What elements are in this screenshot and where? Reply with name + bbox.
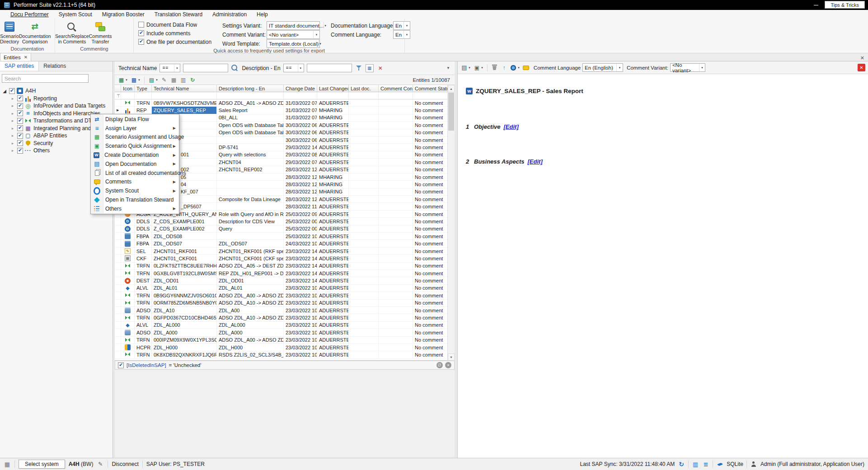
cell-change-date[interactable]: 23/03/2022 10...	[284, 314, 317, 321]
cell-comment-conf[interactable]	[379, 263, 413, 270]
cell-last-doc[interactable]	[349, 263, 379, 270]
cell-change-date[interactable]: 29/03/2022 14...	[284, 144, 317, 151]
scenario-directory-button[interactable]: Scenario Directory	[0, 19, 19, 44]
table-row[interactable]: DDLSZ_CDS_EXAMPLE001Description for CDS …	[115, 218, 455, 225]
technical-name-filter-input[interactable]	[183, 64, 228, 72]
cell-comment-status[interactable]: No comment	[413, 314, 447, 321]
comment-language-select[interactable]: En (English) ▼	[582, 63, 623, 72]
column-header-technical-name[interactable]: Technical Name	[152, 85, 217, 92]
cell-comment-conf[interactable]	[379, 255, 413, 262]
cell-change-date[interactable]: 23/03/2022 14...	[284, 270, 317, 277]
cell-last-changed[interactable]: ADUERRSTEIN	[317, 226, 349, 233]
cell-last-doc[interactable]	[349, 233, 379, 240]
cell-comment-status[interactable]: No comment	[413, 159, 447, 166]
cell-change-date[interactable]: 23/03/2022 10...	[284, 300, 317, 307]
table-row[interactable]: TRFN0GXBLGV8T192CL8W0SMSWRGFREP ZDL_H01_…	[115, 270, 455, 277]
cell-type[interactable]: DDLS	[135, 226, 152, 233]
cell-last-changed[interactable]: ADUERRSTEIN	[317, 337, 349, 344]
cell-description[interactable]: ADSO ZDL_A00 -> ADSO ZDL_A10	[217, 292, 284, 299]
tree-checkbox[interactable]	[17, 110, 23, 116]
table-row[interactable]: TRFN0K8XDB92QXNKRXF1JQ6RXWX8RSDS Z2LIS_0…	[115, 351, 455, 358]
close-preview-button[interactable]: ✕	[858, 64, 865, 71]
cell-change-date[interactable]: 28/03/2022 11...	[284, 203, 317, 210]
cell-comment-status[interactable]: No comment	[413, 292, 447, 299]
cell-icon[interactable]	[121, 270, 135, 277]
cell-change-date[interactable]: 23/03/2022 10...	[284, 329, 317, 336]
move-up-icon-button[interactable]	[500, 64, 508, 72]
cell-comment-status[interactable]: No comment	[413, 277, 447, 284]
cell-comment-conf[interactable]	[379, 151, 413, 159]
ribbon-tab-docu-performer[interactable]: Docu Performer	[5, 10, 54, 19]
clear-filter-icon[interactable]: ✕	[376, 64, 385, 72]
vertical-scrollbar[interactable]: ▲ ▼	[447, 85, 455, 361]
cell-description[interactable]	[217, 203, 284, 210]
cell-comment-status[interactable]: No comment	[413, 151, 447, 159]
cell-type[interactable]: FBPA	[135, 233, 152, 240]
cell-comment-status[interactable]: No comment	[413, 114, 447, 122]
cell-type[interactable]: ADSO	[135, 307, 152, 314]
cell-description[interactable]: ADSO ZDL_A01 -> ADSO ZDL_A00	[217, 99, 284, 107]
cell-change-date[interactable]: 29/03/2022 08...	[284, 151, 317, 159]
cell-description[interactable]: DP-5741	[217, 144, 284, 151]
cell-icon[interactable]	[121, 300, 135, 307]
ribbon-tab-help[interactable]: Help	[252, 10, 273, 19]
comment-bubble-icon-button[interactable]	[522, 64, 530, 72]
cell-last-changed[interactable]: ADUERRSTEIN	[317, 270, 349, 277]
cell-type[interactable]: TRFN	[135, 270, 152, 277]
cell-last-changed[interactable]: ADUERRSTEIN	[317, 277, 349, 284]
table-row[interactable]: ADSOZDL_A10ZDL_A0023/03/2022 10...ADUERR…	[115, 307, 455, 314]
cell-technical-name[interactable]: ZHCNT01_CKF001	[152, 255, 217, 262]
cell-icon[interactable]	[121, 240, 135, 247]
cell-description[interactable]: RSDS Z2LIS_02_SCL3/S4B_CDS -...	[217, 351, 284, 358]
cell-comment-conf[interactable]	[379, 181, 413, 188]
cell-type[interactable]: FBPA	[135, 240, 152, 247]
cell-type[interactable]: DEST	[135, 277, 152, 284]
cell-icon[interactable]	[121, 329, 135, 336]
cell-last-doc[interactable]	[349, 136, 379, 144]
cell-change-date[interactable]: 30/03/2022 06...	[284, 122, 317, 129]
cell-description[interactable]: REP ZDL_H01_REP001 -> DEST Z...	[217, 270, 284, 277]
select-system-button[interactable]: Select system	[19, 460, 65, 469]
cell-description[interactable]	[217, 136, 284, 144]
table-row[interactable]: DDLSZ_CDS_EXAMPLE002Query25/03/2022 00..…	[115, 226, 455, 233]
technical-name-operator-select[interactable]: == ▼	[160, 64, 180, 72]
cell-change-date[interactable]: 28/03/2022 12...	[284, 174, 317, 181]
cell-last-changed[interactable]: MHARING	[317, 107, 349, 114]
view-settings-icon-button[interactable]: ▤▼	[148, 76, 159, 84]
cell-comment-status[interactable]: No comment	[413, 248, 447, 255]
cell-last-changed[interactable]: ADUERRSTEIN	[317, 144, 349, 151]
cell-last-changed[interactable]: MHARING	[317, 181, 349, 188]
search-input[interactable]	[2, 74, 89, 83]
cell-icon[interactable]	[121, 307, 135, 314]
cell-last-doc[interactable]	[349, 218, 379, 225]
scroll-down-icon[interactable]: ▼	[448, 353, 455, 361]
expand-icon[interactable]: ▸	[10, 133, 15, 138]
cell-description[interactable]: ZDL_A00	[217, 307, 284, 314]
cell-last-doc[interactable]	[349, 129, 379, 136]
cell-last-changed[interactable]: MHARING	[317, 174, 349, 181]
cell-last-changed[interactable]: ADUERRSTEIN	[317, 322, 349, 329]
cell-change-date[interactable]: 23/03/2022 14...	[284, 263, 317, 270]
cell-description[interactable]: Open ODS with Database Table o...	[217, 122, 284, 129]
cell-last-changed[interactable]: ADUERRSTEIN	[317, 136, 349, 144]
cell-change-date[interactable]: 23/03/2022 10...	[284, 285, 317, 292]
language-icon-button[interactable]: ▼	[510, 64, 521, 72]
scrollbar-thumb[interactable]	[448, 93, 454, 131]
sidebar-tab-relations[interactable]: Relations	[39, 61, 70, 71]
cell-comment-status[interactable]: No comment	[413, 285, 447, 292]
collapse-icon[interactable]: ◢	[2, 89, 7, 94]
scroll-up-icon[interactable]: ▲	[448, 85, 455, 92]
cell-description[interactable]: ZDL_ODS07	[217, 240, 284, 247]
cell-comment-conf[interactable]	[379, 136, 413, 144]
cell-comment-conf[interactable]	[379, 203, 413, 210]
cell-last-doc[interactable]	[349, 99, 379, 107]
tree-checkbox[interactable]	[17, 148, 23, 154]
cell-comment-status[interactable]: No comment	[413, 144, 447, 151]
cell-description[interactable]: Role with Query and AfO in Role...	[217, 211, 284, 218]
cell-last-doc[interactable]	[349, 351, 379, 358]
cell-comment-status[interactable]: No comment	[413, 307, 447, 314]
auto-filter-cell[interactable]	[349, 92, 379, 99]
cell-change-date[interactable]: 25/03/2022 00...	[284, 226, 317, 233]
cell-change-date[interactable]: 25/03/2022 09...	[284, 211, 317, 218]
cell-change-date[interactable]: 31/03/2022 07...	[284, 114, 317, 122]
